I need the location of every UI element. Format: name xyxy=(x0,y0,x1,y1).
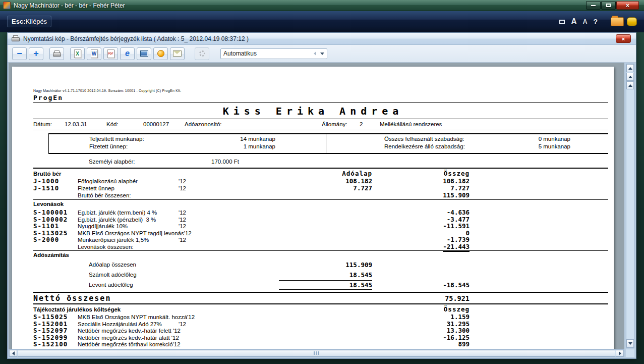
section-title-tax: Adószámítás xyxy=(33,252,470,258)
table-row: S-152099 Nettóbér megőrzés kedv.-határ a… xyxy=(33,334,470,341)
tax-label: Adóalap összesen xyxy=(33,262,279,268)
menu-item-exit[interactable]: Esc:Kilépés xyxy=(7,16,51,27)
restore-window-button[interactable] xyxy=(559,17,565,26)
preview-title: Nyomtatási kép - Bérszámfejtés bérjegyzé… xyxy=(23,35,616,42)
staff-label: Állomány: xyxy=(322,121,360,127)
export-excel-button[interactable]: X xyxy=(70,47,85,60)
scroll-up-button[interactable] xyxy=(626,81,634,89)
zoom-out-button[interactable]: − xyxy=(12,47,27,60)
vacation-value: 0 munkanap xyxy=(539,136,570,142)
horizontal-scroll-thumb[interactable] xyxy=(18,350,615,356)
internet-explorer-icon: e xyxy=(125,49,130,58)
minimize-button[interactable] xyxy=(586,1,601,10)
scroll-left-button[interactable] xyxy=(9,350,17,356)
zoom-mode-value: Automatikus xyxy=(223,50,314,57)
gear-icon xyxy=(199,50,205,57)
zoom-in-button[interactable]: + xyxy=(29,47,43,60)
settings-button[interactable] xyxy=(195,47,209,60)
column-header-adoalap: Adóalap xyxy=(297,170,372,177)
zoom-in-icon: + xyxy=(33,49,39,58)
row-label: Nyugdíjjárulék 10% xyxy=(78,223,179,229)
font-increase-button[interactable]: A xyxy=(571,17,577,26)
window-title: Nagy Machinátor - bér - bér - Fehér Péte… xyxy=(14,2,586,9)
vacation-row: Rendelkezésre álló szabadság: 5 munkanap xyxy=(384,143,570,151)
horizontal-rule xyxy=(33,130,608,130)
deductions-section-header: Levonások xyxy=(33,200,470,209)
export-image-button[interactable] xyxy=(137,47,151,60)
tax-row: Számolt adóelőleg 18.545 xyxy=(33,270,470,280)
table-row: S-100001 Eg.bizt. járulék (term.beni) 4 … xyxy=(33,209,470,216)
select-side-arrow-icon xyxy=(314,51,316,56)
tax-section-header: Adószámítás xyxy=(33,251,470,259)
row-label: Nettóbér megőrzés törthavi korrekció'12 xyxy=(78,341,181,347)
info-costs-table: Tájékoztató járulékos költségek Összeg S… xyxy=(33,304,470,349)
grip-icon xyxy=(318,351,319,355)
print-button[interactable] xyxy=(49,47,64,60)
export-word-button[interactable]: W xyxy=(87,47,101,60)
vacation-right-cell: Összes felhasznált szabadság: 0 munkanap… xyxy=(326,134,608,153)
preview-close-button[interactable]: × xyxy=(616,34,631,43)
osszeg-cell: -21.443 xyxy=(372,243,470,252)
outlook-button[interactable] xyxy=(153,47,168,60)
chevron-up-icon xyxy=(628,84,632,87)
gross-total-row: Bruttó bér összesen: 115.909 xyxy=(33,191,470,198)
program-version-line: Nagy Machinátor v4.1.71.17010 2012.04.19… xyxy=(33,89,614,92)
label-cell: Nettóbér megőrzés törthavi korrekció'12 xyxy=(78,341,297,347)
label-cell: Nyugdíjjárulék 10%'12 xyxy=(78,223,297,229)
tax-id-label: Adóazonosító: xyxy=(185,121,322,127)
esc-hotkey-label: Esc: xyxy=(12,18,25,25)
horizontal-scrollbar[interactable] xyxy=(9,349,624,357)
send-email-button[interactable] xyxy=(170,47,185,60)
preview-toolbar: − + X W PDF e Automatikus xyxy=(8,45,636,63)
folder-icon[interactable] xyxy=(611,17,624,26)
label-cell: Fizetett ünnep'12 xyxy=(78,185,297,191)
column-header-osszeg: Összeg xyxy=(372,170,470,177)
zoom-out-icon: − xyxy=(17,49,22,58)
date-value: 12.03.31 xyxy=(65,121,106,127)
vacation-value: 5 munkanap xyxy=(539,143,570,149)
zoom-mode-select[interactable]: Automatikus xyxy=(220,48,327,59)
table-row: S-100002 Eg.bizt. járulék (pénzbeli) 3 %… xyxy=(33,216,470,223)
deductions-table: Levonások S-100001 Eg.bizt. járulék (ter… xyxy=(33,200,470,249)
base-wage-row: Személyi alapbér:170.000 Ft xyxy=(89,159,614,167)
row-label: Eg.bizt. járulék (pénzbeli) 3 % xyxy=(78,217,179,223)
horizontal-rule xyxy=(33,102,608,103)
printer-icon xyxy=(12,35,20,42)
gross-section-header: Bruttó bér Adóalap Összeg xyxy=(33,169,470,177)
app-icon xyxy=(3,2,11,9)
export-pdf-button[interactable]: PDF xyxy=(103,47,118,60)
document-meta-row: Dátum: 12.03.31 Kód: 00000127 Adóazonosí… xyxy=(33,121,608,128)
vertical-scrollbar[interactable] xyxy=(626,64,634,348)
progen-logo: ProgEn xyxy=(33,94,614,101)
table-row: S-2000 Munkaerőpiaci járulék 1,5%'12 -1.… xyxy=(33,236,470,243)
total-label: Bruttó bér összesen: xyxy=(78,192,179,198)
maximize-button[interactable] xyxy=(601,1,616,10)
tax-label: Számolt adóelőleg xyxy=(33,272,279,278)
scroll-down-button[interactable] xyxy=(626,339,634,347)
row-year: '12 xyxy=(179,348,186,349)
workdays-row: Fizetett ünnep: 1 munkanap xyxy=(89,143,275,151)
chevron-down-icon xyxy=(320,53,324,55)
export-html-button[interactable]: e xyxy=(120,47,135,60)
vacation-label: Rendelkezésre álló szabadság: xyxy=(384,143,539,149)
page-up-button[interactable] xyxy=(626,73,634,81)
table-row: S-152097 Nettóbér megőrzés kedv.-határ f… xyxy=(33,327,470,334)
chevron-right-icon xyxy=(619,351,621,355)
database-icon[interactable] xyxy=(627,17,637,26)
row-label: Nettóbér megőrzés kedv.-határ alatt '12 xyxy=(78,335,179,341)
row-label: Főfoglalkozású alapbér xyxy=(78,178,179,184)
font-decrease-button[interactable]: A xyxy=(583,18,588,25)
workdays-row: Teljesített munkanap: 14 munkanap xyxy=(89,136,275,143)
column-header-osszeg: Összeg xyxy=(372,305,470,313)
osszeg-cell: 108.182 xyxy=(372,177,470,185)
scroll-right-button[interactable] xyxy=(616,350,624,356)
workdays-box: Teljesített munkanap: 14 munkanap Fizete… xyxy=(48,133,608,154)
code-cell: J-1000 xyxy=(33,177,78,185)
scroll-top-button[interactable] xyxy=(626,64,634,72)
menubar-right-group: A A ? xyxy=(559,17,637,26)
close-button[interactable]: × xyxy=(616,1,639,10)
help-button[interactable]: ? xyxy=(593,18,598,26)
word-icon: W xyxy=(91,49,98,58)
osszeg-cell: -18.545 xyxy=(372,281,470,289)
label-cell: MKB Első Országos NYPT munkált. hozzá'12 xyxy=(78,314,297,320)
